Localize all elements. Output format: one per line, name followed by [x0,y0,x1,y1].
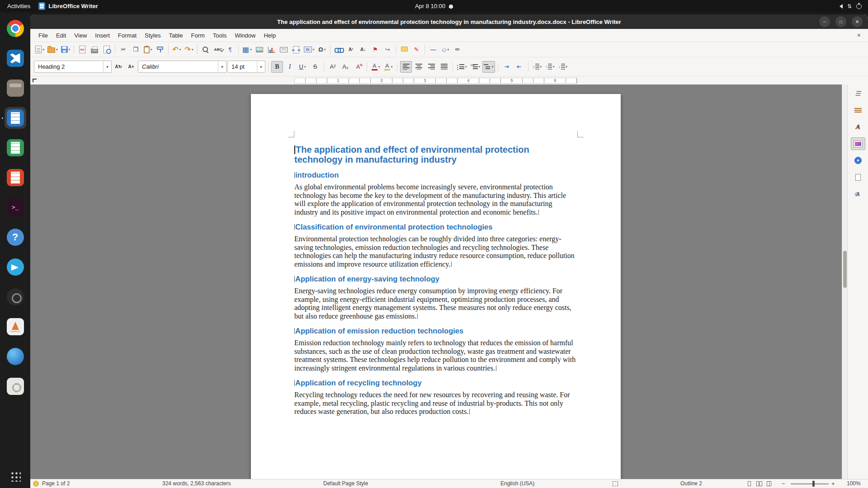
bold-button[interactable]: B [271,61,283,73]
doc-heading-introduction[interactable]: introduction [294,171,577,179]
dock-item-vscode[interactable] [5,47,26,69]
tab-stop-selector-icon[interactable] [33,79,37,82]
menu-format[interactable]: Format [114,31,140,40]
title-bar[interactable]: The application and effect of environmen… [30,14,868,29]
insert-page-break-button[interactable] [290,44,302,56]
single-page-view-icon[interactable] [746,481,752,487]
vertical-scrollbar[interactable] [842,84,847,479]
sidebar-settings-button[interactable] [851,87,865,100]
insert-cross-reference-button[interactable]: ↪ [382,44,393,56]
sidebar-properties-button[interactable] [851,104,865,117]
insert-image-button[interactable] [254,44,265,56]
copy-button[interactable]: ❐ [130,44,142,56]
decrease-paragraph-spacing-button[interactable]: ↓ [557,61,569,73]
new-document-button[interactable] [34,44,46,56]
status-notice-icon[interactable] [33,481,39,487]
outline-format-button[interactable] [482,61,495,73]
justify-button[interactable] [438,61,450,73]
doc-paragraph[interactable]: Energy-saving technologies reduce energy… [294,287,577,320]
doc-heading-recycling[interactable]: Application of recycling technology [294,379,577,387]
doc-paragraph[interactable]: Emission reduction technology mainly ref… [294,339,577,372]
focused-app[interactable]: LibreOffice Writer [38,2,98,10]
close-document-icon[interactable] [854,32,863,39]
paste-button[interactable] [142,44,154,56]
word-count[interactable]: 324 words, 2,563 characters [162,480,231,487]
insert-comment-button[interactable] [398,44,410,56]
formatting-marks-button[interactable]: ¶ [224,44,236,56]
menu-help[interactable]: Help [260,31,279,40]
menu-styles[interactable]: Styles [141,31,164,40]
doc-heading-energy-saving[interactable]: Application of energy-saving technology [294,275,577,283]
doc-paragraph[interactable]: As global environmental problems become … [294,183,577,216]
sidebar-styles-button[interactable] [851,121,865,133]
cut-button[interactable]: ✂ [118,44,129,56]
zoom-slider-thumb[interactable] [812,481,815,487]
print-preview-button[interactable] [101,44,113,56]
update-style-button[interactable]: A↻ [113,61,124,73]
clock[interactable]: Apr 8 10:00 [415,3,445,9]
ordered-list-button[interactable] [469,61,482,73]
show-draw-functions-button[interactable]: ✏ [452,44,463,56]
insert-line-button[interactable]: — [427,44,439,56]
insert-chart-button[interactable] [266,44,278,56]
chevron-down-icon[interactable] [257,61,265,72]
chevron-down-icon[interactable] [218,61,226,72]
sidebar-style-inspector-button[interactable] [851,188,865,200]
align-right-button[interactable] [425,61,437,73]
dock-item-utility[interactable] [5,286,26,308]
dock-item-software[interactable] [5,375,26,397]
chevron-down-icon[interactable] [103,61,111,72]
scrollbar-thumb[interactable] [843,251,847,288]
page-style[interactable]: Default Page Style [323,480,368,487]
activities-button[interactable]: Activities [7,3,30,9]
increase-paragraph-spacing-button[interactable]: ↑ [544,61,556,73]
italic-button[interactable]: I [284,61,296,73]
doc-heading-classification[interactable]: Classification of environmental protecti… [294,223,577,231]
dock-item-terminal[interactable] [5,197,26,218]
subscript-button[interactable]: A₂ [340,61,351,73]
ruler-strip[interactable]: 1 2 3 4 5 6 [294,78,577,84]
close-button[interactable] [852,16,863,27]
insert-hyperlink-button[interactable] [333,44,344,56]
insert-bookmark-button[interactable]: ⚑ [369,44,381,56]
undo-button[interactable]: ↶ [171,44,183,56]
doc-paragraph[interactable]: Environmental protection technologies ca… [294,235,577,268]
doc-paragraph[interactable]: Recycling technology reduces the need fo… [294,391,577,416]
document-page[interactable]: The application and effect of environmen… [251,94,621,479]
menu-insert[interactable]: Insert [91,31,113,40]
increase-indent-button[interactable]: ⇥ [501,61,513,73]
dock-item-calc[interactable] [5,137,26,159]
menu-window[interactable]: Window [231,31,259,40]
insert-footnote-button[interactable]: A¹ [345,44,357,56]
menu-tools[interactable]: Tools [209,31,230,40]
minimize-button[interactable] [819,16,830,27]
menu-file[interactable]: File [35,31,52,40]
sidebar-page-button[interactable] [851,171,865,183]
superscript-button[interactable]: A² [327,61,339,73]
save-button[interactable] [60,44,72,56]
line-spacing-button[interactable]: ↕ [531,61,543,73]
decrease-indent-button[interactable]: ⇤ [514,61,525,73]
underline-button[interactable]: U [297,61,308,73]
maximize-button[interactable] [835,16,846,27]
font-name-select[interactable]: Calibri [138,61,226,73]
insert-endnote-button[interactable]: A↓ [357,44,369,56]
redo-button[interactable]: ↷ [183,44,195,56]
sidebar-gallery-button[interactable] [851,137,865,150]
selection-mode-icon[interactable] [613,481,618,486]
export-pdf-button[interactable]: PDF [76,44,88,56]
unordered-list-button[interactable] [456,61,468,73]
menu-edit[interactable]: Edit [52,31,70,40]
dock-item-help[interactable] [5,226,26,248]
align-left-button[interactable] [400,61,412,73]
align-center-button[interactable] [413,61,425,73]
multi-page-view-icon[interactable] [756,481,762,487]
insert-special-character-button[interactable]: Ω [316,44,328,56]
document-title[interactable]: The application and effect of environmen… [294,145,577,164]
strikethrough-button[interactable]: S [309,61,321,73]
zoom-level[interactable]: 100% [847,480,861,487]
page-count[interactable]: Page 1 of 2 [42,480,70,487]
clone-formatting-button[interactable] [154,44,166,56]
menu-view[interactable]: View [71,31,90,40]
open-button[interactable] [46,44,59,56]
